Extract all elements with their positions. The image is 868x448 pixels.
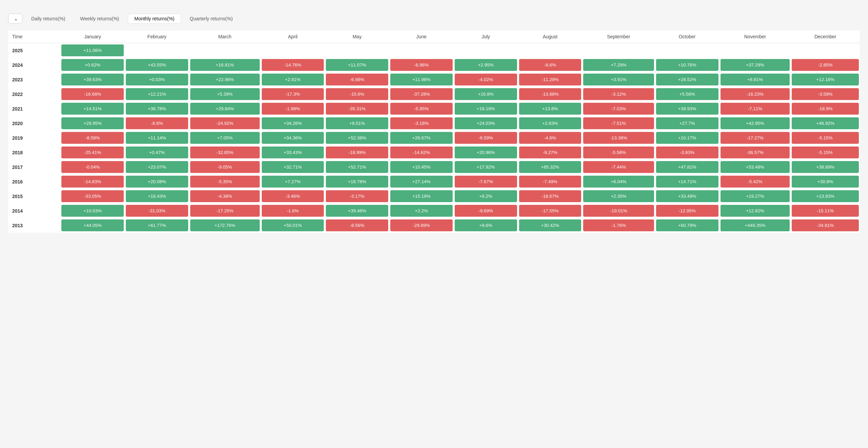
- month-cell: -5.15%: [791, 145, 860, 160]
- table-row: 2013+44.05%+61.77%+172.76%+50.01%-8.56%-…: [8, 218, 860, 233]
- month-cell: -4.38%: [189, 189, 261, 203]
- month-cell: -3.83%: [655, 145, 719, 160]
- col-header-february: February: [125, 31, 189, 43]
- table-row: 2019-8.58%+11.14%+7.05%+34.36%+52.38%+26…: [8, 131, 860, 145]
- month-cell: -15.6%: [325, 87, 389, 101]
- month-cell: -17.25%: [189, 203, 261, 218]
- month-cell: -13.88%: [518, 87, 583, 101]
- month-cell: -5.15%: [791, 131, 860, 145]
- month-cell: -9.27%: [518, 145, 583, 160]
- asset-selector[interactable]: ⌄: [8, 14, 22, 24]
- month-cell: +13.83%: [791, 189, 860, 203]
- col-header-september: September: [582, 31, 655, 43]
- month-cell: +30.42%: [518, 218, 583, 233]
- col-header-october: October: [655, 31, 719, 43]
- month-cell: -2.85%: [791, 58, 860, 72]
- year-cell: 2020: [8, 116, 60, 131]
- month-cell: +60.79%: [655, 218, 719, 233]
- month-cell: +172.76%: [189, 218, 261, 233]
- tab-weekly[interactable]: Weekly returns(%): [74, 14, 125, 23]
- month-cell: -6.96%: [389, 58, 454, 72]
- month-cell: +27.7%: [655, 116, 719, 131]
- month-cell: +7.27%: [261, 174, 325, 189]
- month-cell: +24.03%: [454, 116, 518, 131]
- table-row: 2023+39.63%+0.03%+22.96%+2.81%-6.98%+11.…: [8, 72, 860, 87]
- year-cell: 2016: [8, 174, 60, 189]
- month-cell: -4.02%: [454, 72, 518, 87]
- month-cell: +9.6%: [454, 218, 518, 233]
- month-cell: -3.59%: [791, 87, 860, 101]
- month-cell: +17.92%: [454, 160, 518, 174]
- month-cell: -18.67%: [518, 189, 583, 203]
- month-cell: +5.56%: [655, 87, 719, 101]
- month-cell: -8.6%: [518, 58, 583, 72]
- chevron-down-icon: ⌄: [14, 16, 18, 21]
- month-cell: [325, 43, 389, 58]
- month-cell: +42.95%: [719, 116, 791, 131]
- col-header-march: March: [189, 31, 261, 43]
- month-cell: +449.35%: [719, 218, 791, 233]
- month-cell: +26.67%: [389, 131, 454, 145]
- year-cell: 2014: [8, 203, 60, 218]
- month-cell: +33.49%: [655, 189, 719, 203]
- month-cell: +39.46%: [325, 203, 389, 218]
- month-cell: +36.78%: [125, 101, 189, 116]
- month-cell: -8.56%: [325, 218, 389, 233]
- month-cell: [454, 43, 518, 58]
- month-cell: +29.84%: [189, 101, 261, 116]
- month-cell: -7.49%: [518, 174, 583, 189]
- month-cell: +11.06%: [60, 43, 125, 58]
- month-cell: +15.19%: [389, 189, 454, 203]
- month-cell: -9.69%: [454, 203, 518, 218]
- month-cell: -4.6%: [518, 131, 583, 145]
- month-cell: +2.95%: [454, 58, 518, 72]
- month-cell: +33.43%: [261, 145, 325, 160]
- month-cell: +37.29%: [719, 58, 791, 72]
- month-cell: -6.59%: [454, 131, 518, 145]
- month-cell: -17.55%: [518, 203, 583, 218]
- month-cell: +0.47%: [125, 145, 189, 160]
- month-cell: -31.03%: [125, 203, 189, 218]
- month-cell: +7.05%: [189, 131, 261, 145]
- month-cell: -5.42%: [719, 174, 791, 189]
- month-cell: +7.29%: [582, 58, 655, 72]
- month-cell: +52.71%: [325, 160, 389, 174]
- tab-daily[interactable]: Daily returns(%): [25, 14, 71, 23]
- month-cell: +20.96%: [454, 145, 518, 160]
- month-cell: -19.01%: [582, 203, 655, 218]
- tab-monthly[interactable]: Monthly returns(%): [128, 14, 181, 24]
- month-cell: +10.76%: [655, 58, 719, 72]
- col-header-december: December: [791, 31, 860, 43]
- year-cell: 2017: [8, 160, 60, 174]
- table-row: 2022-16.68%+12.21%+5.39%-17.3%-15.6%-37.…: [8, 87, 860, 101]
- month-cell: +11.07%: [325, 58, 389, 72]
- month-cell: +43.55%: [125, 58, 189, 72]
- month-cell: -7.03%: [582, 101, 655, 116]
- year-cell: 2021: [8, 101, 60, 116]
- table-row: 2020+29.95%-8.6%-24.92%+34.26%+9.51%-3.1…: [8, 116, 860, 131]
- month-cell: +3.91%: [582, 72, 655, 87]
- col-header-july: July: [454, 31, 518, 43]
- month-cell: -3.18%: [389, 116, 454, 131]
- month-cell: +12.18%: [791, 72, 860, 87]
- tab-quarterly[interactable]: Quarterly returns(%): [184, 14, 239, 23]
- month-cell: +34.36%: [261, 131, 325, 145]
- month-cell: -16.23%: [719, 87, 791, 101]
- month-cell: +39.63%: [60, 72, 125, 87]
- month-cell: -8.6%: [125, 116, 189, 131]
- month-cell: [655, 43, 719, 58]
- month-cell: +14.51%: [60, 101, 125, 116]
- month-cell: -36.57%: [719, 145, 791, 160]
- month-cell: +2.2%: [389, 203, 454, 218]
- month-cell: +14.71%: [655, 174, 719, 189]
- month-cell: +6.04%: [582, 174, 655, 189]
- month-cell: +18.19%: [454, 101, 518, 116]
- month-cell: [518, 43, 583, 58]
- month-cell: -1.76%: [582, 218, 655, 233]
- month-cell: [719, 43, 791, 58]
- table-header-row: TimeJanuaryFebruaryMarchAprilMayJuneJuly…: [8, 31, 860, 43]
- returns-table: TimeJanuaryFebruaryMarchAprilMayJuneJuly…: [8, 31, 860, 233]
- month-cell: +18.43%: [125, 189, 189, 203]
- month-cell: -14.83%: [60, 174, 125, 189]
- month-cell: +61.77%: [125, 218, 189, 233]
